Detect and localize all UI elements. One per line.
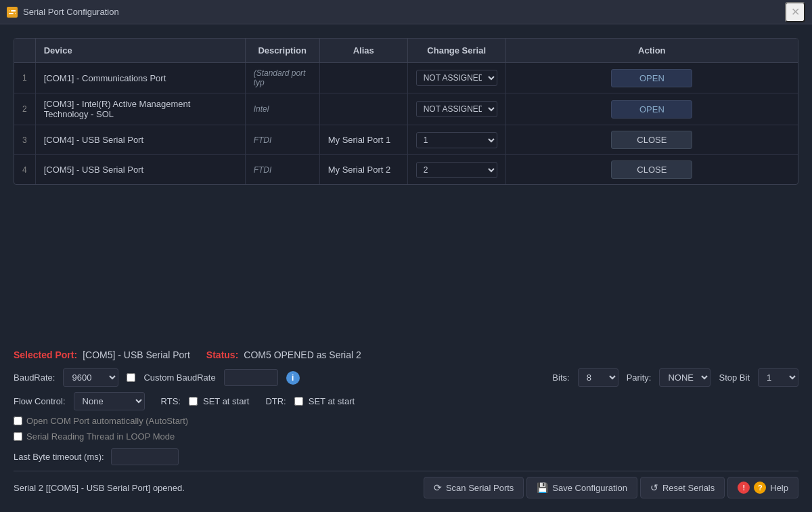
table-row: 3[COM4] - USB Serial PortFTDIMy Serial P… xyxy=(14,125,798,155)
device-table-container: Device Description Alias Change Serial A… xyxy=(14,38,798,185)
settings-row-3: Open COM Port automatically (AutoStart) xyxy=(14,416,798,426)
timeout-input[interactable]: 50 xyxy=(111,448,179,465)
custom-baudrate-input[interactable]: 0 xyxy=(224,369,278,386)
col-header-action: Action xyxy=(505,39,798,63)
timeout-row: Last Byte timeout (ms): 50 xyxy=(14,448,798,465)
action-buttons: ⟳ Scan Serial Ports 💾 Save Configuration… xyxy=(424,477,798,498)
row-device-1: [COM1] - Communications Port xyxy=(35,63,245,93)
rts-setatstart-label: SET at start xyxy=(203,396,249,406)
row-device-4: [COM5] - USB Serial Port xyxy=(35,155,245,185)
device-table: Device Description Alias Change Serial A… xyxy=(14,39,798,184)
col-header-device: Device xyxy=(35,39,245,63)
loop-checkbox[interactable] xyxy=(14,432,22,441)
row-description-1: (Standard port typ xyxy=(245,63,319,93)
rts-checkbox[interactable] xyxy=(189,397,198,406)
row-alias-3: My Serial Port 1 xyxy=(319,125,407,155)
serial-select-2[interactable]: NOT ASSIGNED1234 xyxy=(416,101,497,117)
save-label: Save Configuration xyxy=(552,483,627,493)
help-button[interactable]: ! ? Help xyxy=(727,477,798,498)
scan-label: Scan Serial Ports xyxy=(446,483,514,493)
baudrate-select[interactable]: 9600 19200 38400 57600 115200 xyxy=(63,368,118,387)
bits-select[interactable]: 8765 xyxy=(578,368,618,387)
baudrate-label: BaudRate: xyxy=(14,372,55,383)
settings-row-4: Serial Reading Thread in LOOP Mode xyxy=(14,431,798,442)
titlebar-icon xyxy=(7,7,18,18)
row-num-4: 4 xyxy=(14,155,35,185)
loop-label[interactable]: Serial Reading Thread in LOOP Mode xyxy=(14,431,175,442)
row-description-2: Intel xyxy=(245,93,319,125)
titlebar: Serial Port Configuration ✕ xyxy=(0,0,812,24)
parity-select[interactable]: NONEODDEVEN xyxy=(659,368,710,387)
flowcontrol-select[interactable]: NoneXON/XOFFRTS/CTS xyxy=(74,392,145,410)
help-icon-q: ? xyxy=(754,482,766,494)
table-row: 4[COM5] - USB Serial PortFTDIMy Serial P… xyxy=(14,155,798,185)
close-button-4[interactable]: CLOSE xyxy=(611,161,692,179)
bits-label: Bits: xyxy=(552,372,569,383)
save-config-button[interactable]: 💾 Save Configuration xyxy=(526,477,637,498)
row-serial-1: NOT ASSIGNED1234 xyxy=(407,63,505,93)
status-label: Status: xyxy=(206,349,238,360)
selected-port-row: Selected Port: [COM5] - USB Serial Port … xyxy=(14,344,798,360)
dtr-group: SET at start xyxy=(294,396,355,406)
row-serial-4: NOT ASSIGNED1234 xyxy=(407,155,505,185)
help-label: Help xyxy=(770,483,788,493)
row-action-2: OPEN xyxy=(505,93,798,125)
stopbit-select[interactable]: 12 xyxy=(758,368,798,387)
dtr-setatstart-label: SET at start xyxy=(309,396,355,406)
table-row: 2[COM3] - Intel(R) Active Management Tec… xyxy=(14,93,798,125)
dtr-checkbox[interactable] xyxy=(294,397,303,406)
row-num-3: 3 xyxy=(14,125,35,155)
status-value: COM5 OPENED as Serial 2 xyxy=(244,349,361,360)
settings-row-1: BaudRate: 9600 19200 38400 57600 115200 … xyxy=(14,368,798,387)
close-button-3[interactable]: CLOSE xyxy=(611,131,692,149)
row-alias-2 xyxy=(319,93,407,125)
row-description-4: FTDI xyxy=(245,155,319,185)
row-serial-3: NOT ASSIGNED1234 xyxy=(407,125,505,155)
row-device-3: [COM4] - USB Serial Port xyxy=(35,125,245,155)
custom-baudrate-label: Custom BaudRate xyxy=(143,372,215,383)
flowcontrol-label: Flow Control: xyxy=(14,396,66,406)
close-button[interactable]: ✕ xyxy=(785,2,805,22)
parity-label: Parity: xyxy=(627,372,652,383)
autostart-label[interactable]: Open COM Port automatically (AutoStart) xyxy=(14,416,188,426)
scan-serials-button[interactable]: ⟳ Scan Serial Ports xyxy=(424,477,524,498)
row-description-3: FTDI xyxy=(245,125,319,155)
selected-port-label: Selected Port: xyxy=(14,349,77,360)
reset-label: Reset Serials xyxy=(662,483,715,493)
col-header-serial: Change Serial xyxy=(407,39,505,63)
open-button-1[interactable]: OPEN xyxy=(611,69,692,87)
open-button-2[interactable]: OPEN xyxy=(611,100,692,119)
custom-baudrate-checkbox[interactable] xyxy=(127,373,135,382)
settings-row-2: Flow Control: NoneXON/XOFFRTS/CTS RTS: S… xyxy=(14,392,798,410)
row-action-3: CLOSE xyxy=(505,125,798,155)
info-icon[interactable]: i xyxy=(286,371,300,385)
scan-icon: ⟳ xyxy=(434,482,442,493)
row-alias-4: My Serial Port 2 xyxy=(319,155,407,185)
rts-group: SET at start xyxy=(189,396,249,406)
row-action-1: OPEN xyxy=(505,63,798,93)
row-alias-1 xyxy=(319,63,407,93)
timeout-label: Last Byte timeout (ms): xyxy=(14,452,104,462)
serial-select-3[interactable]: NOT ASSIGNED1234 xyxy=(416,132,497,148)
row-num-1: 1 xyxy=(14,63,35,93)
status-bar: Serial 2 [[COM5] - USB Serial Port] open… xyxy=(14,471,798,498)
stopbit-label: Stop Bit xyxy=(719,372,750,383)
col-header-alias: Alias xyxy=(319,39,407,63)
serial-select-4[interactable]: NOT ASSIGNED1234 xyxy=(416,162,497,178)
serial-select-1[interactable]: NOT ASSIGNED1234 xyxy=(416,70,497,86)
help-icon-red: ! xyxy=(738,482,750,494)
selected-port-value: [COM5] - USB Serial Port xyxy=(83,349,190,360)
settings-rows: BaudRate: 9600 19200 38400 57600 115200 … xyxy=(14,368,798,442)
row-serial-2: NOT ASSIGNED1234 xyxy=(407,93,505,125)
autostart-checkbox[interactable] xyxy=(14,417,22,425)
titlebar-title: Serial Port Configuration xyxy=(23,7,785,17)
bottom-panel: Selected Port: [COM5] - USB Serial Port … xyxy=(14,344,798,498)
reset-icon: ↺ xyxy=(650,482,658,493)
col-header-num xyxy=(14,39,35,63)
reset-serials-button[interactable]: ↺ Reset Serials xyxy=(640,477,725,498)
statusbar-text: Serial 2 [[COM5] - USB Serial Port] open… xyxy=(14,483,185,493)
row-action-4: CLOSE xyxy=(505,155,798,185)
row-device-2: [COM3] - Intel(R) Active Management Tech… xyxy=(35,93,245,125)
svg-point-3 xyxy=(14,12,16,14)
row-num-2: 2 xyxy=(14,93,35,125)
